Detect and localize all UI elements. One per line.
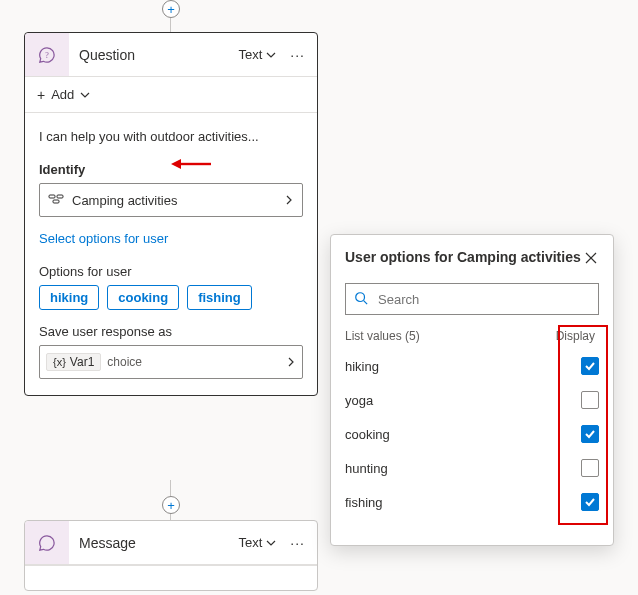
chevron-down-icon: [266, 50, 276, 60]
close-icon[interactable]: [583, 249, 599, 269]
option-label: cooking: [345, 427, 390, 442]
popover-title: User options for Camping activities: [345, 249, 581, 265]
display-header-label: Display: [556, 329, 595, 343]
option-label: fishing: [345, 495, 383, 510]
message-body-preview: [25, 565, 317, 590]
chevron-right-icon: [284, 195, 294, 205]
user-option-chips: hikingcookingfishing: [39, 285, 303, 310]
question-card: ? Question Text ··· + Add I can help yo: [24, 32, 318, 396]
svg-rect-2: [57, 195, 63, 198]
svg-point-6: [356, 292, 365, 301]
display-checkbox[interactable]: [581, 493, 599, 511]
chevron-down-icon: [266, 538, 276, 548]
display-checkbox[interactable]: [581, 357, 599, 375]
message-card: Message Text ···: [24, 520, 318, 591]
save-variable-picker[interactable]: {x} Var1 choice: [39, 345, 303, 379]
option-row: fishing: [345, 485, 599, 519]
options-label: Options for user: [39, 264, 303, 279]
svg-rect-1: [49, 195, 55, 198]
message-card-title: Message: [69, 521, 232, 564]
message-output-type-dropdown[interactable]: Text: [232, 531, 282, 554]
user-option-chip[interactable]: hiking: [39, 285, 99, 310]
connector-add-top[interactable]: +: [162, 0, 180, 18]
option-label: hunting: [345, 461, 388, 476]
variable-name: Var1: [70, 355, 94, 369]
display-checkbox[interactable]: [581, 459, 599, 477]
message-card-header: Message Text ···: [25, 521, 317, 565]
connector-add-middle[interactable]: +: [162, 496, 180, 514]
entity-icon: [48, 191, 64, 210]
variable-type: choice: [107, 355, 280, 369]
option-label: yoga: [345, 393, 373, 408]
question-add-button[interactable]: + Add: [25, 77, 317, 113]
option-row: hiking: [345, 349, 599, 383]
select-options-link[interactable]: Select options for user: [39, 231, 168, 246]
question-card-title: Question: [69, 33, 232, 76]
user-option-chip[interactable]: cooking: [107, 285, 179, 310]
variable-icon: {x}: [53, 356, 66, 368]
svg-line-7: [364, 300, 368, 304]
options-search[interactable]: [345, 283, 599, 315]
display-checkbox[interactable]: [581, 391, 599, 409]
option-row: cooking: [345, 417, 599, 451]
svg-text:?: ?: [45, 50, 49, 59]
plus-icon: +: [167, 3, 175, 16]
options-list: hikingyogacookinghuntingfishing: [345, 349, 599, 519]
output-type-label: Text: [238, 535, 262, 550]
svg-rect-3: [53, 200, 59, 203]
user-option-chip[interactable]: fishing: [187, 285, 252, 310]
chevron-right-icon: [286, 357, 296, 367]
question-statement[interactable]: I can help you with outdoor activities..…: [39, 129, 303, 144]
list-header-label: List values (5): [345, 329, 420, 343]
search-input[interactable]: [376, 291, 590, 308]
plus-icon: +: [167, 499, 175, 512]
option-row: hunting: [345, 451, 599, 485]
question-more-menu[interactable]: ···: [284, 43, 311, 67]
option-row: yoga: [345, 383, 599, 417]
search-icon: [354, 291, 368, 308]
user-options-popover: User options for Camping activities List…: [330, 234, 614, 546]
display-checkbox[interactable]: [581, 425, 599, 443]
identify-label: Identify: [39, 162, 303, 177]
identify-entity-picker[interactable]: Camping activities: [39, 183, 303, 217]
question-icon: ?: [25, 33, 69, 76]
output-type-label: Text: [238, 47, 262, 62]
message-more-menu[interactable]: ···: [284, 531, 311, 555]
save-response-label: Save user response as: [39, 324, 303, 339]
message-icon: [25, 521, 69, 564]
chevron-down-icon: [80, 90, 90, 100]
question-card-header: ? Question Text ···: [25, 33, 317, 77]
add-label: Add: [51, 87, 74, 102]
question-output-type-dropdown[interactable]: Text: [232, 43, 282, 66]
identify-entity-value: Camping activities: [72, 193, 276, 208]
plus-icon: +: [37, 87, 45, 103]
variable-tag: {x} Var1: [46, 353, 101, 371]
option-label: hiking: [345, 359, 379, 374]
